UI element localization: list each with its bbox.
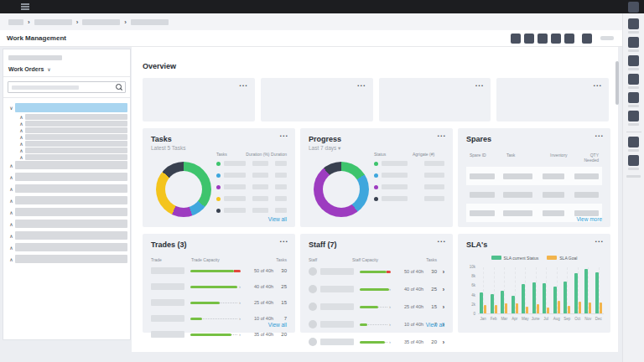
sidebar-header[interactable]: Work Orders ∨ xyxy=(3,66,130,77)
capacity-row[interactable]: ›40 of 40h25› xyxy=(309,285,444,293)
action-6-button[interactable] xyxy=(582,34,592,44)
tree-item[interactable]: ∧ xyxy=(8,255,127,263)
capacity-fill xyxy=(360,323,367,326)
chevron-up-icon[interactable]: ∧ xyxy=(18,114,25,120)
chevron-right-icon[interactable]: › xyxy=(437,269,444,275)
chevron-up-icon[interactable]: ∧ xyxy=(8,221,15,227)
tree-item[interactable]: ∧ xyxy=(8,208,127,216)
column-header: Staff xyxy=(309,257,352,262)
x-tick-label: Aug xyxy=(552,317,561,321)
ellipsis-menu-icon[interactable]: ... xyxy=(437,235,446,244)
tree-item[interactable]: ∧ xyxy=(8,147,127,153)
chevron-up-icon[interactable]: ∧ xyxy=(8,174,15,180)
chevron-right-icon[interactable]: › xyxy=(437,304,444,310)
tree-item[interactable]: ∧ xyxy=(8,141,127,147)
action-3-button[interactable] xyxy=(538,34,548,44)
legend-value-placeholder xyxy=(424,196,444,201)
chevron-up-icon[interactable]: ∧ xyxy=(8,209,15,215)
rail-tool-icon[interactable] xyxy=(628,74,639,85)
tree-item-label-placeholder xyxy=(15,220,127,228)
rail-tool-icon[interactable] xyxy=(628,137,639,147)
ellipsis-menu-icon[interactable]: ... xyxy=(279,235,288,244)
topbar-app-icon[interactable] xyxy=(628,2,639,13)
capacity-row[interactable]: ›10 of 40h7 xyxy=(151,315,287,322)
hamburger-menu-icon[interactable] xyxy=(21,3,29,10)
capacity-row[interactable]: 50 of 40h30› xyxy=(309,267,444,276)
tasks-view-all-link[interactable]: View all xyxy=(268,216,287,222)
ellipsis-menu-icon[interactable]: ... xyxy=(437,130,446,138)
rail-tool-icon[interactable] xyxy=(628,111,639,122)
tree-item[interactable]: ∧ xyxy=(8,173,127,181)
tree-item-label-placeholder xyxy=(15,231,127,240)
table-cell-placeholder xyxy=(543,192,564,198)
tree-item[interactable]: ∧ xyxy=(8,134,127,140)
table-row[interactable] xyxy=(466,185,602,204)
chevron-up-icon[interactable]: ∧ xyxy=(18,147,25,153)
chevron-up-icon[interactable]: ∧ xyxy=(8,256,15,262)
chevron-down-icon[interactable]: ∨ xyxy=(8,105,15,111)
chevron-up-icon[interactable]: ∧ xyxy=(8,186,15,192)
ellipsis-menu-icon[interactable]: ... xyxy=(239,80,248,88)
capacity-bar: › xyxy=(360,288,391,291)
action-1-button[interactable] xyxy=(511,34,521,44)
capacity-row[interactable]: ›35 of 40h20› xyxy=(309,338,444,346)
ellipsis-menu-icon[interactable]: ... xyxy=(593,80,602,88)
chevron-up-icon[interactable]: ∧ xyxy=(8,198,15,204)
breadcrumb-item[interactable] xyxy=(131,19,169,25)
ellipsis-menu-icon[interactable]: ... xyxy=(357,80,366,88)
tree-item[interactable]: ∧ xyxy=(8,220,127,228)
tree-item-selected[interactable]: ∨ xyxy=(8,103,127,112)
rail-tool-icon[interactable] xyxy=(628,92,639,103)
capacity-row[interactable]: ›35 of 40h20 xyxy=(151,331,287,338)
capacity-row[interactable]: ›25 of 40h15› xyxy=(309,303,444,311)
chevron-up-icon[interactable]: ∧ xyxy=(18,121,25,127)
sla-y-axis: 10k8k6k4k2k0 xyxy=(464,266,475,316)
ellipsis-menu-icon[interactable]: ... xyxy=(595,235,604,244)
breadcrumb-item[interactable] xyxy=(34,19,72,25)
spares-view-more-link[interactable]: View more xyxy=(576,216,602,222)
chevron-up-icon[interactable]: ∧ xyxy=(18,127,25,133)
chevron-right-icon[interactable]: › xyxy=(437,287,444,292)
chevron-up-icon[interactable]: ∧ xyxy=(18,141,25,147)
search-icon[interactable] xyxy=(115,84,122,90)
capacity-row[interactable]: 50 of 40h30 xyxy=(151,267,287,274)
chevron-up-icon[interactable]: ∧ xyxy=(18,134,25,140)
rail-tool-icon[interactable] xyxy=(628,155,639,166)
chevron-right-icon[interactable]: › xyxy=(437,339,444,345)
bar-group xyxy=(489,267,498,313)
rail-tool-icon[interactable] xyxy=(628,18,639,29)
ellipsis-menu-icon[interactable]: ... xyxy=(279,130,288,138)
tree-item[interactable]: ∧ xyxy=(8,231,127,240)
chevron-up-icon[interactable]: ∧ xyxy=(8,245,15,251)
capacity-row[interactable]: ›10 of 40h7› xyxy=(309,320,444,328)
rail-tool-icon[interactable] xyxy=(628,37,639,48)
tree-item[interactable]: ∧ xyxy=(8,196,127,204)
breadcrumb-item[interactable] xyxy=(82,19,120,25)
scrollbar-thumb[interactable] xyxy=(615,61,619,105)
action-4-button[interactable] xyxy=(551,34,561,44)
chevron-up-icon[interactable]: ∧ xyxy=(8,233,15,239)
search-input[interactable] xyxy=(8,81,126,93)
tree-item[interactable]: ∧ xyxy=(8,161,127,169)
rail-tool-icon[interactable] xyxy=(628,55,639,66)
breadcrumb-item[interactable] xyxy=(8,19,23,25)
action-2-button[interactable] xyxy=(524,34,534,44)
tree-item[interactable]: ∧ xyxy=(8,243,127,251)
trades-view-all-link[interactable]: View all xyxy=(268,322,287,328)
capacity-row[interactable]: ›25 of 40h15 xyxy=(151,299,287,306)
progress-card-subtitle[interactable]: Last 7 days ▾ xyxy=(309,145,444,152)
tree-item[interactable]: ∧ xyxy=(8,184,127,193)
tree-item[interactable]: ∧ xyxy=(8,154,127,160)
capacity-row[interactable]: ›40 of 40h25 xyxy=(151,283,287,290)
chevron-up-icon[interactable]: ∧ xyxy=(18,154,25,160)
tree-item[interactable]: ∧ xyxy=(8,121,127,127)
ellipsis-menu-icon[interactable]: ... xyxy=(595,130,604,138)
table-row[interactable] xyxy=(466,167,602,185)
tree-item-label-placeholder xyxy=(25,134,127,140)
ellipsis-menu-icon[interactable]: ... xyxy=(475,80,485,88)
staff-view-all-link[interactable]: View all xyxy=(426,322,444,328)
action-5-button[interactable] xyxy=(564,34,574,44)
tree-item[interactable]: ∧ xyxy=(8,127,127,133)
tree-item[interactable]: ∧ xyxy=(8,114,127,120)
chevron-up-icon[interactable]: ∧ xyxy=(8,163,15,168)
